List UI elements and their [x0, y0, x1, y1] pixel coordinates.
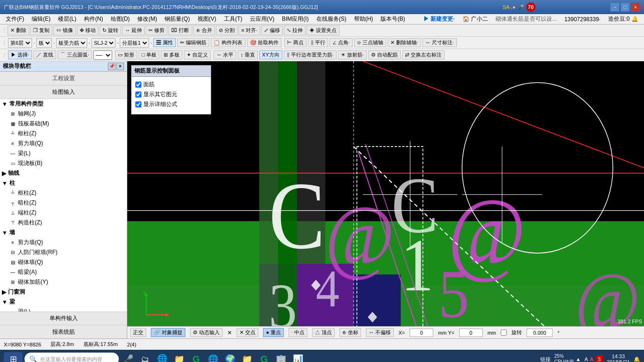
tree-item-jlq[interactable]: ≡剪力墙(Q): [0, 238, 127, 247]
menu-tools[interactable]: 工具(T): [220, 14, 246, 24]
tree-item-shear-wall[interactable]: ≡剪力墙(Q): [0, 139, 127, 148]
snap-button[interactable]: 🔗 对象捕捉: [151, 328, 185, 337]
taskbar-icon-ie2[interactable]: 🌐: [206, 352, 221, 362]
edit-rebar-button[interactable]: ✏ 编辑钢筋: [177, 38, 209, 47]
line-type-select[interactable]: —: [93, 50, 112, 60]
formula-checkbox[interactable]: [135, 101, 141, 107]
trim-button[interactable]: ✂ 修剪: [146, 25, 167, 35]
dynamic-input-button[interactable]: ⚙ 动态输入: [190, 328, 223, 337]
report-calc-button[interactable]: 报表统筋: [0, 325, 127, 338]
system-clock[interactable]: 14:33 2018/5/21: [607, 354, 630, 362]
taskbar-icon-app2[interactable]: 📊: [290, 352, 305, 362]
swap-label-button[interactable]: ⇄ 交换左右标注: [402, 50, 445, 59]
merge-button[interactable]: ⊕ 合并: [193, 25, 215, 35]
select-button[interactable]: ▶ 选择·: [8, 50, 32, 59]
component-type-select[interactable]: 板: [36, 38, 52, 48]
menu-bim[interactable]: BIM应用(I): [278, 14, 313, 24]
face-rebar-checkbox[interactable]: [135, 82, 141, 88]
point-angle-button[interactable]: ∠ 点角·: [330, 38, 353, 47]
menu-floor[interactable]: 楼层(L): [54, 14, 80, 24]
delete-button[interactable]: ✕ 删除: [8, 25, 29, 35]
tree-group-beam[interactable]: ▼ 梁: [0, 297, 127, 307]
align-button[interactable]: ≡ 对齐·: [239, 25, 261, 35]
tree-group-wall[interactable]: ▼ 墙: [0, 228, 127, 238]
auto-config-button[interactable]: ⚙ 自动配筋: [368, 50, 401, 59]
component-list-button[interactable]: 📋 构件列表: [211, 38, 245, 47]
rotate-checkbox[interactable]: [501, 329, 507, 336]
pick-component-button[interactable]: 🎯 拾取构件: [247, 38, 281, 47]
minimize-button[interactable]: －: [610, 2, 619, 12]
menu-draw[interactable]: 绘图(D): [107, 14, 134, 24]
two-point-button[interactable]: ⊢ 两点: [284, 38, 306, 47]
taskbar-icon-earth[interactable]: 🌍: [223, 352, 238, 362]
set-grip-button[interactable]: ◈ 设置夹点: [306, 25, 339, 35]
parallel-button[interactable]: ∥ 平行: [308, 38, 328, 47]
tree-group-axis[interactable]: ▶ 轴线: [0, 168, 127, 178]
tree-item-az[interactable]: ┬暗柱(Z): [0, 198, 127, 208]
parallel-edge-button[interactable]: ∥ 平行边布置受力筋·: [284, 50, 337, 59]
menu-view[interactable]: 视图(V): [194, 14, 220, 24]
arc-button[interactable]: ⌒ 三点圆弧·: [58, 50, 92, 59]
menu-edit[interactable]: 编辑(E): [28, 14, 54, 24]
tree-group-col[interactable]: ▼ 柱: [0, 178, 127, 188]
rebar-type-select[interactable]: 板受力筋: [56, 38, 87, 48]
lang-icon[interactable]: A: [585, 356, 588, 362]
line-button[interactable]: ／ 直线: [33, 50, 56, 59]
maximize-button[interactable]: □: [620, 2, 630, 12]
stretch-button[interactable]: ⤡ 拉伸: [284, 25, 305, 35]
tree-item-gzz[interactable]: ⊤构造柱(Z): [0, 218, 127, 228]
rebar-check-formula[interactable]: 显示详细公式: [135, 100, 207, 108]
no-offset-button[interactable]: ↔ 不偏移: [366, 328, 394, 337]
tree-item-grid[interactable]: ⊞轴网(J): [0, 109, 127, 119]
offset-button[interactable]: ⤢ 偏移: [261, 25, 283, 35]
taskbar-icon-app1[interactable]: 🏢: [273, 352, 289, 362]
extend-button[interactable]: ↔ 延伸: [122, 25, 145, 35]
new-change-btn[interactable]: ▶ 新建变更·: [420, 14, 459, 24]
up-arrow[interactable]: ▲: [576, 356, 581, 362]
single-plate-button[interactable]: □ 单板: [139, 50, 159, 59]
taskbar-icon-mic[interactable]: 🎤: [121, 352, 136, 362]
notice-text[interactable]: 砌体通长筋是否可以设...: [492, 14, 561, 24]
single-input-button[interactable]: 单构件输入: [0, 312, 127, 325]
split-button[interactable]: ⊘ 分割: [216, 25, 238, 35]
search-bar[interactable]: 🔍 在这里输入你要搜索的内容: [25, 353, 119, 362]
taskbar-icon-folder2[interactable]: 📁: [239, 352, 255, 362]
rebar-spec-select[interactable]: SLJ-2: [91, 38, 116, 48]
rotate-input[interactable]: [527, 329, 553, 337]
coords-button[interactable]: ⊕ 坐标: [339, 328, 361, 337]
tree-item-frame-col[interactable]: ┴框柱(Z): [0, 129, 127, 139]
panel-controls[interactable]: 📌 ×: [108, 63, 124, 70]
center-point-button[interactable]: · 中点: [289, 328, 307, 337]
copy-button[interactable]: ❐ 复制: [30, 25, 52, 35]
rect-button[interactable]: ▭ 矩形: [115, 50, 137, 59]
tree-item-qtjj[interactable]: ⊞砌体加筋(Y): [0, 277, 127, 287]
move-button[interactable]: ✥ 移动: [77, 25, 99, 35]
mirror-button[interactable]: ⇔ 镜像: [53, 25, 76, 35]
ime-icon[interactable]: A: [590, 356, 594, 362]
tree-item-raft[interactable]: ▦筏板基础(M): [0, 119, 127, 129]
tree-item-kz[interactable]: ┴框柱(Z): [0, 188, 127, 198]
menu-cloud[interactable]: 云应用(V): [246, 14, 278, 24]
layer-select[interactable]: 第6层: [8, 38, 32, 48]
rebar-check-face[interactable]: 面筋: [135, 81, 207, 89]
menu-rebar-qty[interactable]: 钢筋量(Q): [161, 14, 193, 24]
menu-online[interactable]: 在线服务(S): [313, 14, 350, 24]
panel-pin-button[interactable]: 📌: [108, 63, 116, 70]
taskbar-icon-ie[interactable]: 🌐: [155, 352, 170, 362]
rebar-check-other[interactable]: 显示其它图元: [135, 90, 207, 99]
taskbar-icon-g1[interactable]: G: [189, 352, 204, 362]
menu-modify[interactable]: 修改(M): [133, 14, 161, 24]
custom-button[interactable]: ✦ 自定义: [184, 50, 211, 59]
tree-group-common[interactable]: ▼ 常用构件类型: [0, 99, 127, 109]
midpoint-snap-button[interactable]: ● 重点: [263, 328, 284, 337]
menu-help[interactable]: 帮助(H): [350, 14, 377, 24]
tree-item-cast-slab[interactable]: ▭现浇板(B): [0, 158, 127, 168]
rotate-button[interactable]: ↻ 旋转: [99, 25, 121, 35]
break-button[interactable]: ⌧ 打断: [168, 25, 192, 35]
menu-version[interactable]: 版本号(B): [377, 14, 409, 24]
dimension-button[interactable]: ↔ 尺寸标注·: [422, 38, 457, 47]
tree-item-al[interactable]: —暗梁(A): [0, 267, 127, 277]
horizontal-button[interactable]: ↔ 水平: [214, 50, 236, 59]
panel-close-button[interactable]: ×: [116, 63, 124, 70]
close-button[interactable]: ×: [631, 2, 640, 12]
